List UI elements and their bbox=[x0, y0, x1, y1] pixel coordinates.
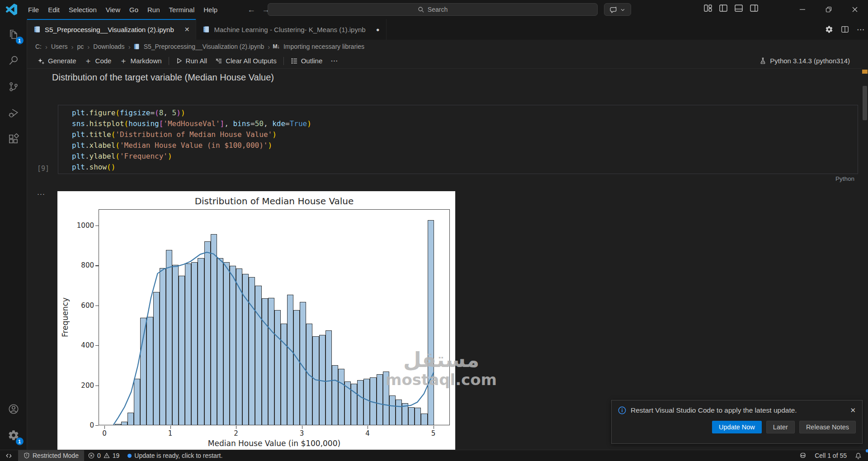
explorer-badge: 1 bbox=[16, 37, 24, 44]
restricted-mode-item[interactable]: Restricted Mode bbox=[18, 450, 84, 461]
menu-file[interactable]: File bbox=[24, 4, 43, 16]
execution-count: [9] bbox=[37, 165, 49, 173]
menu-go[interactable]: Go bbox=[125, 4, 143, 16]
chart-axes bbox=[99, 209, 450, 425]
search-sidebar-icon[interactable] bbox=[3, 50, 24, 71]
title-bar: FileEditSelectionViewGoRunTerminalHelp ←… bbox=[0, 0, 868, 19]
x-tick-label: 1 bbox=[161, 429, 179, 437]
run-debug-icon[interactable] bbox=[3, 102, 24, 124]
code-line[interactable]: plt.show() bbox=[72, 162, 858, 173]
output-options-icon[interactable]: ··· bbox=[37, 190, 45, 198]
errors-count: 0 bbox=[97, 452, 101, 459]
breadcrumb-item[interactable]: Downloads bbox=[92, 43, 125, 50]
code-line[interactable]: plt.figure(figsize=(8, 5)) bbox=[72, 108, 858, 118]
kernel-picker[interactable]: Python 3.14.3 (python314) bbox=[760, 57, 850, 65]
notebook-settings-gear-icon[interactable] bbox=[825, 25, 833, 33]
update-now-button[interactable]: Update Now bbox=[712, 421, 762, 433]
explorer-icon[interactable]: 1 bbox=[3, 24, 24, 45]
more-actions-icon[interactable]: ⋯ bbox=[857, 25, 864, 34]
breadcrumb-section[interactable]: Importing necessary libraries bbox=[283, 43, 365, 50]
toggle-sidebar-left-icon[interactable] bbox=[719, 4, 728, 13]
bell-icon bbox=[855, 452, 862, 459]
add-markdown-button[interactable]: ＋ Markdown bbox=[115, 54, 165, 68]
copilot-status-icon bbox=[799, 452, 807, 459]
code-line[interactable]: plt.title('Distribution of Median House … bbox=[72, 129, 858, 140]
accounts-icon[interactable] bbox=[3, 398, 24, 420]
code-line[interactable]: sns.histplot(housing['MedHouseVal'], bin… bbox=[72, 118, 858, 129]
status-bar: Restricted Mode 0 19 Update is ready, cl… bbox=[0, 450, 868, 461]
toggle-sidebar-right-icon[interactable] bbox=[750, 4, 759, 13]
restricted-mode-label: Restricted Mode bbox=[33, 452, 79, 459]
customize-layout-icon[interactable] bbox=[703, 4, 712, 13]
generate-button[interactable]: Generate bbox=[33, 55, 80, 66]
breadcrumb-item[interactable]: C: bbox=[34, 43, 42, 50]
outline-label: Outline bbox=[301, 57, 323, 65]
warnings-icon bbox=[104, 452, 110, 459]
extensions-icon[interactable] bbox=[3, 128, 24, 150]
cell-indicator-label: Cell 1 of 55 bbox=[815, 452, 847, 459]
info-icon bbox=[618, 406, 626, 414]
code-line[interactable]: plt.xlabel('Median House Value (in $100,… bbox=[72, 140, 858, 151]
breadcrumb-item[interactable]: Users bbox=[50, 43, 69, 50]
remote-indicator[interactable] bbox=[0, 450, 16, 461]
clear-outputs-icon bbox=[215, 57, 222, 65]
add-code-button[interactable]: ＋ Code bbox=[80, 54, 116, 68]
close-window-button[interactable] bbox=[842, 0, 868, 19]
code-line[interactable]: plt.ylabel('Frequency') bbox=[72, 151, 858, 162]
breadcrumb-file[interactable]: S5_Preprocessing__Visualization (2).ipyn… bbox=[143, 43, 265, 50]
x-tick-label: 0 bbox=[95, 429, 113, 437]
clear-all-outputs-button[interactable]: Clear All Outputs bbox=[211, 55, 281, 66]
notifications-bell[interactable] bbox=[851, 450, 868, 461]
later-button[interactable]: Later bbox=[766, 421, 795, 433]
restore-button[interactable] bbox=[816, 0, 842, 19]
markdown-cell-text: Distribution of the target variable (Med… bbox=[52, 72, 274, 83]
cell-indicator-item[interactable]: Cell 1 of 55 bbox=[811, 450, 851, 461]
code-editor[interactable]: plt.figure(figsize=(8, 5))sns.histplot(h… bbox=[58, 105, 858, 173]
copilot-status-item[interactable] bbox=[795, 450, 811, 461]
copilot-button[interactable] bbox=[604, 3, 631, 16]
update-ready-item[interactable]: Update is ready, click to restart. bbox=[123, 450, 226, 461]
activity-bar: 1 1 bbox=[0, 19, 27, 450]
editor-scrollbar[interactable] bbox=[862, 69, 868, 450]
notebook-icon bbox=[33, 26, 41, 33]
source-control-icon[interactable] bbox=[3, 76, 24, 98]
tab-close-icon[interactable]: ✕ bbox=[184, 26, 190, 33]
menu-selection[interactable]: Selection bbox=[64, 4, 101, 16]
toggle-panel-icon[interactable] bbox=[734, 4, 743, 13]
plus-icon: ＋ bbox=[85, 56, 92, 66]
menu-run[interactable]: Run bbox=[143, 4, 165, 16]
scrollbar-thumb[interactable] bbox=[863, 86, 867, 120]
breadcrumb: C:›Users›pc›Downloads›S5_Preprocessing__… bbox=[27, 40, 862, 53]
menu-view[interactable]: View bbox=[101, 4, 125, 16]
notification-close-icon[interactable]: ✕ bbox=[850, 406, 856, 414]
release-notes-button[interactable]: Release Notes bbox=[799, 421, 856, 433]
tab-label: Machine Learning - Clustering- K_Means (… bbox=[214, 26, 365, 33]
add-markdown-label: Markdown bbox=[130, 57, 161, 65]
settings-badge: 1 bbox=[16, 437, 24, 445]
notebook-icon bbox=[133, 43, 142, 50]
toolbar-more-button[interactable]: ⋯ bbox=[326, 55, 342, 67]
menu-terminal[interactable]: Terminal bbox=[165, 4, 199, 16]
breadcrumb-item[interactable]: pc bbox=[76, 43, 85, 50]
tab-label: S5_Preprocessing__Visualization (2).ipyn… bbox=[45, 26, 174, 33]
settings-gear-icon[interactable]: 1 bbox=[3, 424, 24, 446]
tab-kmeans[interactable]: Machine Learning - Clustering- K_Means (… bbox=[196, 19, 386, 40]
run-all-button[interactable]: Run All bbox=[172, 55, 212, 66]
menu-help[interactable]: Help bbox=[199, 4, 222, 16]
cell-language-label[interactable]: Python bbox=[835, 175, 854, 182]
outline-button[interactable]: Outline bbox=[287, 55, 327, 66]
tab-s5-preprocessing[interactable]: S5_Preprocessing__Visualization (2).ipyn… bbox=[27, 19, 196, 40]
split-editor-icon[interactable] bbox=[841, 25, 849, 33]
bell-badge-dot bbox=[866, 449, 868, 452]
tab-modified-dot[interactable]: ● bbox=[376, 26, 380, 33]
y-tick-label: 1000 bbox=[71, 221, 94, 230]
y-tick-label: 200 bbox=[71, 381, 94, 390]
minimize-button[interactable] bbox=[789, 0, 816, 19]
problems-item[interactable]: 0 19 bbox=[84, 450, 123, 461]
code-cell[interactable]: plt.figure(figsize=(8, 5))sns.histplot(h… bbox=[58, 105, 858, 174]
nav-back-icon[interactable]: ← bbox=[247, 5, 255, 14]
y-tick-label: 400 bbox=[71, 341, 94, 349]
chart-xlabel: Median House Value (in $100,000) bbox=[99, 439, 450, 448]
menu-edit[interactable]: Edit bbox=[43, 4, 64, 16]
search-box[interactable]: Search bbox=[268, 3, 598, 16]
